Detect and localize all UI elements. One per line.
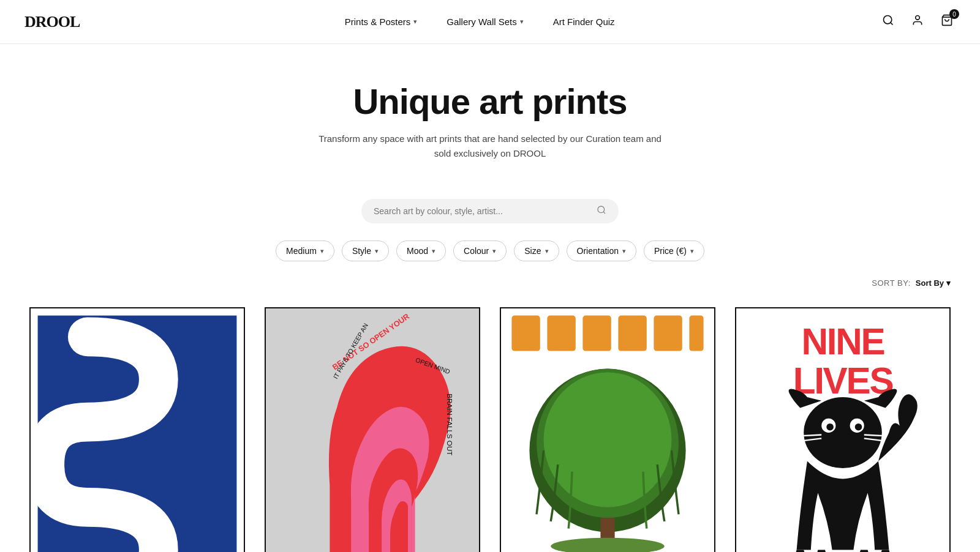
art-mind-svg: BE NOT SO OPEN YOUR BRAIN FALLS OUT IT P… [266,308,479,552]
search-bar [361,199,619,223]
product-image-nine-lives: NINE LIVES [736,308,949,552]
hero-subtitle: Transform any space with art prints that… [318,132,662,161]
cart-button[interactable]: 0 [938,12,956,32]
art-cat-svg: NINE LIVES [736,308,949,552]
svg-rect-21 [582,316,611,351]
cart-badge: 0 [949,9,959,19]
products-grid: 東京オリンピックの公式ポスタ（亀倉 雄策） Waves Alexander Kh… [0,297,980,552]
sort-row: SORT BY: Sort By ▾ [0,274,980,297]
chevron-down-icon: ▾ [545,247,549,255]
art-waves-svg: 東京オリンピックの公式ポスタ（亀倉 雄策） [31,308,244,552]
chevron-down-icon: ▾ [520,18,524,26]
product-card-nine-lives[interactable]: NINE LIVES [725,297,960,552]
hero-section: Unique art prints Transform any space wi… [0,44,980,199]
svg-rect-23 [654,316,682,351]
product-image-waves: 東京オリンピックの公式ポスタ（亀倉 雄策） [31,308,244,552]
filter-mood[interactable]: Mood ▾ [396,241,446,261]
nav-icons: 0 [880,12,956,32]
art-tree-svg: FIG 1. WEEPING WILLOW TREE しだれ柳の木 植物 IN … [501,308,714,552]
svg-point-4 [598,206,605,213]
filter-colour[interactable]: Colour ▾ [453,241,507,261]
nav-center: Prints & Posters ▾ Gallery Wall Sets ▾ A… [345,17,615,27]
chevron-down-icon: ▾ [320,247,324,255]
svg-text:LIVES: LIVES [793,360,893,401]
product-image-willow-tree: FIG 1. WEEPING WILLOW TREE しだれ柳の木 植物 IN … [501,308,714,552]
nav-prints-posters[interactable]: Prints & Posters ▾ [345,17,418,27]
chevron-down-icon: ▾ [690,247,694,255]
chevron-down-icon: ▾ [413,18,417,26]
svg-text:NINE: NINE [802,321,884,362]
product-image-open-mind: BE NOT SO OPEN YOUR BRAIN FALLS OUT IT P… [266,308,479,552]
chevron-down-icon: ▾ [946,278,951,288]
chevron-down-icon: ▾ [622,247,626,255]
svg-point-42 [826,423,834,431]
svg-line-5 [603,212,605,214]
svg-rect-20 [547,316,575,351]
product-card-waves[interactable]: 東京オリンピックの公式ポスタ（亀倉 雄策） Waves Alexander Kh… [20,297,255,552]
search-button[interactable] [880,12,897,32]
search-icon [597,205,606,217]
account-button[interactable] [909,12,926,32]
svg-line-1 [891,23,893,25]
chevron-down-icon: ▾ [432,247,435,255]
filter-size[interactable]: Size ▾ [514,241,559,261]
nav-gallery-wall-sets[interactable]: Gallery Wall Sets ▾ [447,17,523,27]
hero-title: Unique art prints [12,81,968,122]
nav-art-finder-quiz[interactable]: Art Finder Quiz [553,17,615,27]
svg-point-39 [804,397,882,468]
search-section [0,199,980,223]
filters-row: Medium ▾ Style ▾ Mood ▾ Colour ▾ Size ▾ … [0,241,980,274]
svg-rect-19 [511,316,540,351]
svg-point-0 [884,16,892,24]
chevron-down-icon: ▾ [492,247,496,255]
search-input[interactable] [374,206,590,216]
search-icon [882,14,894,26]
logo[interactable]: DROOL [24,13,80,31]
svg-point-2 [916,16,920,20]
chevron-down-icon: ▾ [375,247,379,255]
svg-rect-24 [689,316,703,351]
filter-orientation[interactable]: Orientation ▾ [567,241,636,261]
navbar: DROOL Prints & Posters ▾ Gallery Wall Se… [0,0,980,44]
account-icon [911,14,924,26]
sort-label: SORT BY: [872,278,911,288]
svg-point-27 [544,372,672,507]
svg-text:BRAIN FALLS OUT: BRAIN FALLS OUT [446,393,454,455]
sort-select-button[interactable]: Sort By ▾ [916,278,951,288]
svg-point-43 [855,423,862,431]
svg-rect-22 [618,316,646,351]
product-card-willow-tree[interactable]: FIG 1. WEEPING WILLOW TREE しだれ柳の木 植物 IN … [490,297,725,552]
filter-style[interactable]: Style ▾ [342,241,389,261]
product-card-open-mind[interactable]: BE NOT SO OPEN YOUR BRAIN FALLS OUT IT P… [255,297,490,552]
filter-medium[interactable]: Medium ▾ [276,241,334,261]
filter-price[interactable]: Price (€) ▾ [644,241,704,261]
